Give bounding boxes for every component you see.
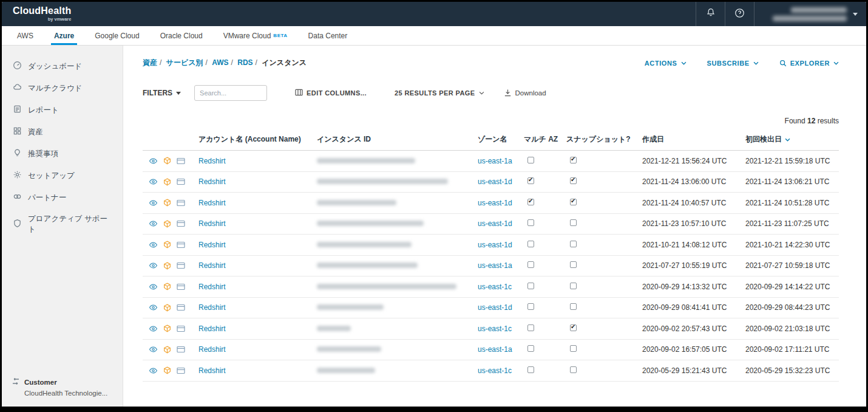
card-icon[interactable] [177, 178, 185, 185]
zone-link[interactable]: us-east-1a [478, 261, 512, 270]
zone-link[interactable]: us-east-1d [478, 199, 512, 207]
card-icon[interactable] [177, 241, 185, 249]
table-row: Redshirt us-east-1a 2021-07-27 10:55:19 … [143, 256, 839, 277]
sidebar-item-partner[interactable]: パートナー [2, 187, 123, 208]
zone-link[interactable]: us-east-1c [478, 366, 512, 375]
perspective-cube-icon[interactable] [163, 324, 171, 332]
zone-link[interactable]: us-east-1d [478, 303, 512, 312]
header-snapshot[interactable]: スナップショット? [566, 134, 642, 145]
card-icon[interactable] [177, 199, 185, 207]
header-first-discovered[interactable]: 初回検出日 [745, 134, 843, 145]
perspective-cube-icon[interactable] [163, 366, 171, 374]
eye-icon[interactable] [149, 157, 158, 165]
filters-button[interactable]: FILTERS [143, 89, 181, 97]
account-link[interactable]: Redshirt [198, 366, 226, 375]
breadcrumb-assets[interactable]: 資産 [143, 58, 157, 67]
header-multi-az[interactable]: マルチ AZ [524, 134, 566, 145]
perspective-cube-icon[interactable] [163, 220, 171, 228]
tab-vmware-cloud[interactable]: VMware CloudBETA [213, 26, 298, 45]
snapshot-checkbox [570, 345, 577, 352]
search-input[interactable] [194, 85, 267, 101]
card-icon[interactable] [177, 304, 185, 311]
zone-link[interactable]: us-east-1d [478, 177, 512, 186]
account-link[interactable]: Redshirt [198, 241, 226, 249]
account-link[interactable]: Redshirt [198, 219, 226, 228]
zone-link[interactable]: us-east-1d [478, 219, 512, 228]
zone-link[interactable]: us-east-1d [478, 241, 512, 249]
actions-dropdown[interactable]: ACTIONS [645, 60, 687, 67]
tab-aws[interactable]: AWS [7, 26, 44, 45]
perspective-cube-icon[interactable] [163, 304, 171, 312]
subscribe-dropdown[interactable]: SUBSCRIBE [707, 60, 759, 67]
account-link[interactable]: Redshirt [198, 324, 226, 333]
account-link[interactable]: Redshirt [198, 261, 226, 270]
sidebar-item-multicloud[interactable]: マルチクラウド [2, 77, 123, 99]
card-icon[interactable] [177, 157, 185, 165]
cloudhealth-logo[interactable]: CloudHealth by vmware [13, 6, 71, 22]
perspective-cube-icon[interactable] [163, 178, 171, 186]
card-icon[interactable] [177, 262, 185, 269]
dashboard-icon [13, 61, 22, 72]
perspective-cube-icon[interactable] [163, 283, 171, 290]
breadcrumb-aws[interactable]: AWS [212, 58, 228, 67]
zone-link[interactable]: us-east-1c [478, 283, 512, 291]
user-menu[interactable] [754, 2, 866, 26]
account-link[interactable]: Redshirt [198, 157, 226, 165]
card-icon[interactable] [177, 346, 185, 353]
tab-google-cloud[interactable]: Google Cloud [84, 26, 149, 45]
explorer-dropdown[interactable]: EXPLORER [779, 60, 839, 67]
table-row: Redshirt us-east-1d 2021-10-21 14:08:12 … [143, 235, 839, 256]
perspective-cube-icon[interactable] [163, 262, 171, 270]
sidebar-item-dashboard[interactable]: ダッシュボード [2, 55, 123, 77]
zone-link[interactable]: us-east-1a [478, 345, 512, 354]
breadcrumb-rds[interactable]: RDS [237, 58, 253, 67]
header-zone-name[interactable]: ゾーン名 [478, 134, 524, 145]
notifications-button[interactable] [696, 2, 725, 26]
account-link[interactable]: Redshirt [198, 345, 226, 354]
sidebar-item-assets[interactable]: 資産 [2, 121, 123, 143]
header-created-date[interactable]: 作成日 [642, 134, 745, 145]
eye-icon[interactable] [149, 346, 158, 353]
header-account-name[interactable]: アカウント名 (Account Name) [198, 134, 317, 145]
sidebar-item-proactive-support[interactable]: プロアクティブ サポート [2, 208, 123, 240]
zone-link[interactable]: us-east-1c [478, 324, 512, 333]
customer-switcher[interactable]: Customer [12, 378, 113, 386]
tab-oracle-cloud[interactable]: Oracle Cloud [150, 26, 213, 45]
multi-az-checkbox [527, 157, 534, 163]
card-icon[interactable] [177, 325, 185, 332]
eye-icon[interactable] [149, 283, 158, 290]
zone-link[interactable]: us-east-1a [478, 157, 512, 165]
eye-icon[interactable] [149, 178, 158, 185]
tab-data-center[interactable]: Data Center [298, 26, 358, 45]
account-link[interactable]: Redshirt [198, 303, 226, 312]
card-icon[interactable] [177, 283, 185, 290]
account-link[interactable]: Redshirt [198, 199, 226, 207]
header-instance-id[interactable]: インスタンス ID [317, 134, 478, 145]
eye-icon[interactable] [149, 241, 158, 249]
sidebar-item-reports[interactable]: レポート [2, 99, 123, 121]
multi-az-checkbox [527, 219, 534, 226]
sidebar-item-recommendations[interactable]: 推奨事項 [2, 143, 123, 165]
created-cell: 2020-09-29 14:13:32 UTC [642, 283, 745, 291]
perspective-cube-icon[interactable] [163, 241, 171, 249]
download-button[interactable]: Download [504, 89, 546, 98]
tab-azure[interactable]: Azure [44, 26, 84, 45]
card-icon[interactable] [177, 367, 185, 374]
account-link[interactable]: Redshirt [198, 283, 226, 291]
perspective-cube-icon[interactable] [163, 346, 171, 354]
perspective-cube-icon[interactable] [163, 157, 171, 165]
eye-icon[interactable] [149, 220, 158, 227]
account-link[interactable]: Redshirt [198, 177, 226, 186]
eye-icon[interactable] [149, 304, 158, 311]
eye-icon[interactable] [149, 367, 158, 374]
breadcrumb-by-service[interactable]: サービス別 [166, 58, 203, 67]
sidebar-item-setup[interactable]: セットアップ [2, 165, 123, 187]
help-button[interactable] [725, 2, 754, 26]
results-per-page-dropdown[interactable]: 25 RESULTS PER PAGE [395, 89, 484, 97]
edit-columns-button[interactable]: EDIT COLUMNS... [295, 89, 367, 97]
eye-icon[interactable] [149, 325, 158, 332]
perspective-cube-icon[interactable] [163, 199, 171, 207]
card-icon[interactable] [177, 220, 185, 227]
eye-icon[interactable] [149, 262, 158, 269]
eye-icon[interactable] [149, 199, 158, 207]
